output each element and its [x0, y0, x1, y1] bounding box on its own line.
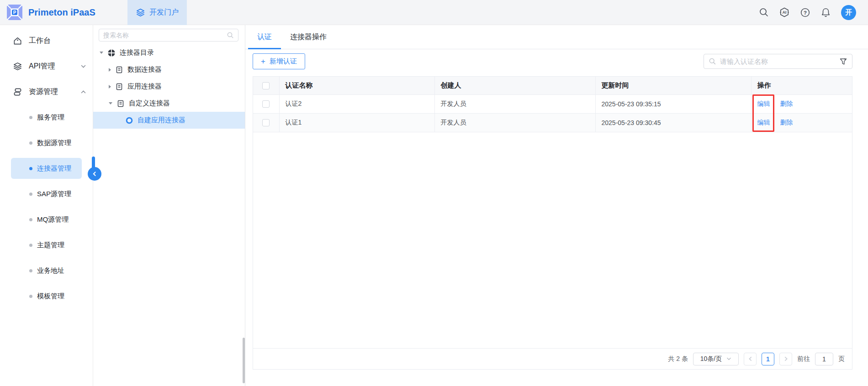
plus-icon: + — [261, 57, 265, 65]
sidebar-item-resource-management[interactable]: 资源管理 — [0, 79, 93, 104]
search-icon[interactable] — [227, 31, 234, 39]
topbar: P Primeton iPaaS 开发门户 — [0, 0, 868, 25]
next-page-button[interactable] — [779, 353, 792, 365]
search-icon[interactable] — [759, 7, 769, 17]
sidebar-item-connector-management[interactable]: 连接器管理 — [0, 156, 93, 181]
category-icon — [107, 49, 116, 57]
sidebar-subitem-label: 服务管理 — [37, 113, 64, 122]
tree-node-connector-catalog[interactable]: 连接器目录 — [93, 44, 245, 61]
expand-arrow-icon[interactable] — [100, 52, 103, 54]
sidebar-item-datasource-management[interactable]: 数据源管理 — [0, 130, 93, 156]
sidebar-item-sap-source-management[interactable]: SAP源管理 — [0, 181, 93, 207]
tab-connector-operations[interactable]: 连接器操作 — [281, 25, 336, 49]
help-icon[interactable]: ? — [800, 7, 810, 18]
sidebar-item-template-management[interactable]: 模板管理 — [0, 283, 93, 309]
edit-link[interactable]: 编辑 — [757, 100, 770, 107]
sidebar-item-business-address[interactable]: 业务地址 — [0, 258, 93, 283]
tree-node-self-built-app-connector[interactable]: 自建应用连接器 — [93, 112, 245, 129]
bullet-icon — [29, 116, 32, 119]
auth-table: 认证名称 创建人 更新时间 操作 认证2 开发人员 2025-05-23 09:… — [253, 77, 852, 132]
chevron-down-icon — [726, 356, 731, 361]
sidebar: 工作台 API管理 — [0, 25, 93, 386]
layers-icon — [136, 8, 145, 17]
bullet-icon — [29, 244, 32, 247]
delete-link[interactable]: 删除 — [780, 119, 793, 126]
sidebar-subitem-label: 业务地址 — [37, 266, 64, 275]
sidebar-subitem-label: MQ源管理 — [37, 215, 69, 224]
tree-node-label: 自定义连接器 — [129, 99, 170, 108]
sidebar-collapse-button[interactable] — [88, 167, 101, 181]
cell-creator: 开发人员 — [434, 94, 595, 113]
sidebar-item-label: API管理 — [29, 62, 55, 71]
ring-icon — [125, 116, 133, 125]
cell-creator: 开发人员 — [434, 113, 595, 132]
portal-tab[interactable]: 开发门户 — [127, 0, 187, 25]
cell-auth-name: 认证1 — [279, 113, 434, 132]
prev-page-button[interactable] — [744, 353, 757, 365]
chevron-down-icon — [80, 63, 86, 69]
main-content: 认证 连接器操作 + 新增认证 — [245, 25, 868, 386]
sidebar-subitem-label: SAP源管理 — [37, 190, 71, 198]
home-icon — [13, 36, 22, 46]
document-icon — [115, 66, 123, 74]
tree-search-input[interactable] — [103, 31, 224, 39]
tabbar: 认证 连接器操作 — [245, 25, 868, 49]
row-checkbox[interactable] — [262, 100, 270, 108]
column-header-auth-name: 认证名称 — [279, 77, 434, 94]
sidebar-item-workbench[interactable]: 工作台 — [0, 28, 93, 53]
row-checkbox[interactable] — [262, 119, 270, 126]
tree-node-data-connector[interactable]: 数据连接器 — [93, 61, 245, 78]
bullet-icon — [29, 295, 32, 298]
column-header-creator: 创建人 — [434, 77, 595, 94]
cell-updated-time: 2025-05-23 09:30:45 — [595, 113, 751, 132]
stack-icon — [13, 87, 22, 97]
tree-scrollbar-thumb[interactable] — [243, 338, 245, 383]
sidebar-item-service-management[interactable]: 服务管理 — [0, 104, 93, 130]
logo-cube-icon: P — [6, 4, 23, 21]
bell-icon[interactable] — [820, 7, 831, 18]
tree-search-box — [99, 29, 238, 42]
edit-link[interactable]: 编辑 — [757, 119, 770, 126]
chevron-right-icon — [783, 356, 789, 361]
tree-node-app-connector[interactable]: 应用连接器 — [93, 78, 245, 95]
pagination-bar: 共 2 条 10条/页 1 前往 页 — [253, 348, 852, 369]
tree-node-custom-connector[interactable]: 自定义连接器 — [93, 95, 245, 112]
expand-arrow-icon[interactable] — [109, 102, 112, 104]
delete-link[interactable]: 删除 — [780, 100, 793, 107]
cell-updated-time: 2025-05-23 09:35:15 — [595, 94, 751, 113]
collapsed-arrow-icon[interactable] — [109, 68, 111, 72]
sidebar-item-topic-management[interactable]: 主题管理 — [0, 232, 93, 258]
bullet-icon — [29, 167, 32, 170]
select-all-checkbox[interactable] — [262, 82, 270, 89]
page-size-select[interactable]: 10条/页 — [693, 353, 739, 365]
filter-icon[interactable] — [839, 57, 847, 66]
add-auth-button[interactable]: + 新增认证 — [253, 53, 305, 69]
ai-assistant-icon[interactable]: AI — [779, 7, 790, 18]
auth-search-box — [704, 54, 852, 69]
app-window: P Primeton iPaaS 开发门户 — [0, 0, 868, 386]
sidebar-item-api-management[interactable]: API管理 — [0, 53, 93, 79]
svg-text:AI: AI — [783, 10, 787, 15]
chevron-up-icon — [80, 89, 86, 95]
collapsed-arrow-icon[interactable] — [109, 85, 111, 89]
sidebar-item-label: 工作台 — [29, 36, 51, 46]
connector-tree-panel: 连接器目录 数据连接器 — [93, 25, 245, 386]
svg-text:P: P — [13, 10, 16, 15]
toolbar: + 新增认证 — [253, 53, 852, 69]
sidebar-subitem-label: 连接器管理 — [37, 164, 71, 173]
current-page-button[interactable]: 1 — [762, 353, 774, 365]
sidebar-item-mq-source-management[interactable]: MQ源管理 — [0, 207, 93, 232]
table-header-row: 认证名称 创建人 更新时间 操作 — [253, 77, 852, 94]
tree-node-label: 自建应用连接器 — [138, 116, 185, 125]
bullet-icon — [29, 193, 32, 196]
goto-page-input[interactable] — [815, 353, 833, 365]
search-icon — [709, 57, 716, 65]
auth-table-card: 认证名称 创建人 更新时间 操作 认证2 开发人员 2025-05-23 09:… — [253, 76, 852, 370]
chevron-left-icon — [92, 171, 97, 177]
page-size-value: 10条/页 — [700, 355, 722, 363]
topbar-icons: AI ? 开 — [759, 5, 868, 20]
auth-search-input[interactable] — [720, 57, 836, 65]
tab-authentication[interactable]: 认证 — [248, 25, 281, 49]
add-auth-button-label: 新增认证 — [270, 57, 297, 66]
user-avatar[interactable]: 开 — [841, 5, 856, 20]
